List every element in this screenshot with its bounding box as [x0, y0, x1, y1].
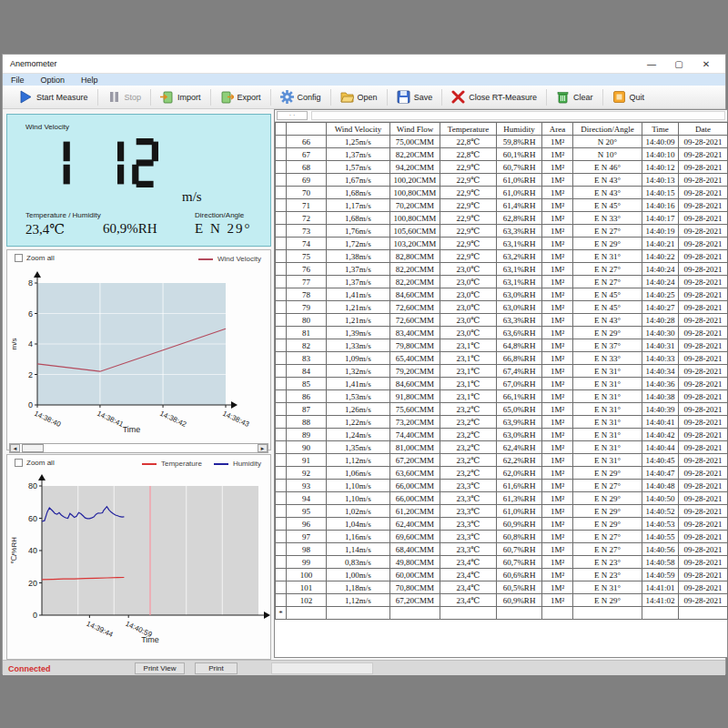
cell[interactable]: 1M² — [542, 581, 573, 594]
cell[interactable]: 100,20CMM — [390, 174, 440, 187]
cell[interactable]: 14:40:39 — [642, 403, 679, 416]
cell[interactable]: 61,3%RH — [497, 492, 542, 505]
config-button[interactable]: Config — [273, 87, 329, 107]
cell[interactable]: E N 27° — [573, 276, 642, 288]
cell[interactable]: 1,76m/s — [327, 225, 390, 238]
row-number[interactable]: 92 — [287, 467, 327, 480]
cell[interactable]: 09-28-2021 — [679, 543, 728, 556]
cell[interactable]: 1M² — [542, 569, 573, 581]
cell[interactable]: 14:41:02 — [642, 594, 679, 607]
row-number[interactable]: 69 — [287, 174, 327, 187]
cell[interactable]: 60,1%RH — [497, 148, 542, 161]
cell[interactable]: 09-28-2021 — [679, 263, 728, 276]
cell[interactable]: E N 45° — [573, 301, 642, 314]
row-selector[interactable] — [276, 276, 287, 288]
cell[interactable]: 09-28-2021 — [679, 594, 728, 607]
cell[interactable]: 22,9℃ — [440, 161, 497, 174]
cell[interactable]: 1,21m/s — [327, 314, 390, 327]
table-row[interactable]: 671,37m/s82,20CMM22,8℃60,1%RH1M²N 10°14:… — [276, 148, 728, 161]
table-row[interactable]: 841,32m/s79,20CMM23,1℃67,4%RH1M²E N 31°1… — [276, 365, 728, 378]
cell[interactable]: 70,20CMM — [390, 199, 440, 212]
cell[interactable]: E N 27° — [573, 531, 642, 543]
row-selector[interactable] — [276, 441, 287, 454]
row-selector[interactable] — [276, 327, 287, 339]
cell[interactable]: 14:40:21 — [642, 238, 679, 250]
cell[interactable]: 66,00CMM — [390, 480, 440, 492]
cell[interactable]: 23,0℃ — [440, 263, 497, 276]
row-selector[interactable] — [276, 429, 287, 441]
cell[interactable]: 1M² — [542, 301, 573, 314]
row-selector[interactable] — [276, 467, 287, 480]
table-row[interactable]: 941,10m/s66,00CMM23,3℃61,3%RH1M²E N 29°1… — [276, 492, 728, 505]
row-number[interactable]: 85 — [287, 378, 327, 390]
row-number[interactable]: 89 — [287, 429, 327, 441]
row-selector[interactable] — [276, 518, 287, 531]
cell[interactable]: 67,20CMM — [390, 454, 440, 467]
cell[interactable]: 14:40:41 — [642, 416, 679, 429]
table-row[interactable]: 821,33m/s79,80CMM23,1℃64,8%RH1M²E N 37°1… — [276, 339, 728, 352]
cell[interactable]: 09-28-2021 — [679, 531, 728, 543]
cell[interactable]: 09-28-2021 — [679, 556, 728, 569]
new-row[interactable]: * — [276, 607, 728, 620]
cell[interactable]: 75,00CMM — [390, 136, 440, 148]
cell[interactable]: 23,3℃ — [440, 505, 497, 518]
row-number[interactable]: 100 — [287, 569, 327, 581]
cell[interactable]: 68,40CMM — [390, 543, 440, 556]
cell[interactable]: 1M² — [542, 161, 573, 174]
cell[interactable]: 1M² — [542, 314, 573, 327]
cell[interactable]: 63,0%RH — [497, 429, 542, 441]
table-row[interactable]: 931,10m/s66,00CMM23,3℃61,6%RH1M²E N 27°1… — [276, 480, 728, 492]
cell[interactable]: E N 27° — [573, 225, 642, 238]
cell[interactable]: 100,80CMM — [390, 212, 440, 225]
cell[interactable]: 23,2℃ — [440, 403, 497, 416]
cell[interactable]: 1M² — [542, 518, 573, 531]
cell[interactable]: 1,67m/s — [327, 174, 390, 187]
cell[interactable]: 1M² — [542, 199, 573, 212]
cell[interactable]: 23,3℃ — [440, 518, 497, 531]
cell[interactable]: 49,80CMM — [390, 556, 440, 569]
print-button[interactable]: Print — [195, 662, 238, 674]
cell[interactable]: 105,60CMM — [390, 225, 440, 238]
cell[interactable]: E N 29° — [573, 492, 642, 505]
table-row[interactable]: 981,14m/s68,40CMM23,3℃60,7%RH1M²E N 27°1… — [276, 543, 728, 556]
start-measure-button[interactable]: Start Measure — [12, 87, 96, 107]
cell[interactable]: 1,06m/s — [327, 467, 390, 480]
row-selector[interactable] — [276, 212, 287, 225]
table-row[interactable]: 1001,00m/s60,00CMM23,4℃60,6%RH1M²E N 23°… — [276, 569, 728, 581]
cell[interactable]: 63,0%RH — [497, 288, 542, 301]
row-selector[interactable] — [276, 136, 287, 148]
scrollbar-thumb[interactable] — [22, 444, 44, 452]
cell[interactable]: N 20° — [573, 136, 642, 148]
table-row[interactable]: 691,67m/s100,20CMM22,9℃61,0%RH1M²E N 43°… — [276, 174, 728, 187]
cell[interactable]: 60,7%RH — [497, 556, 542, 569]
column-header-humidity[interactable]: Humidity — [497, 123, 542, 136]
cell[interactable]: 09-28-2021 — [679, 492, 728, 505]
cell[interactable]: 14:40:15 — [642, 187, 679, 199]
cell[interactable]: 14:40:33 — [642, 352, 679, 365]
row-number[interactable]: 80 — [287, 314, 327, 327]
row-selector[interactable] — [276, 314, 287, 327]
cell[interactable]: 22,9℃ — [440, 199, 497, 212]
cell[interactable]: 1M² — [542, 480, 573, 492]
cell[interactable]: 14:40:48 — [642, 480, 679, 492]
cell[interactable]: 14:40:47 — [642, 467, 679, 480]
cell[interactable]: 09-28-2021 — [679, 225, 728, 238]
cell[interactable] — [440, 607, 497, 620]
cell[interactable]: 1M² — [542, 467, 573, 480]
cell[interactable]: 14:40:27 — [642, 301, 679, 314]
cell[interactable]: 66,8%RH — [497, 352, 542, 365]
cell[interactable]: 1,37m/s — [327, 263, 390, 276]
wind-velocity-chart[interactable]: 0246814:38:4014:38:4114:38:4214:38:43m/s… — [7, 268, 270, 438]
table-row[interactable]: 871,26m/s75,60CMM23,2℃65,0%RH1M²E N 31°1… — [276, 403, 728, 416]
table-row[interactable]: 971,16m/s69,60CMM23,3℃60,8%RH1M²E N 27°1… — [276, 531, 728, 543]
import-button[interactable]: Import — [153, 87, 208, 107]
row-selector[interactable] — [276, 594, 287, 607]
cell[interactable]: 1,41m/s — [327, 288, 390, 301]
cell[interactable]: 14:40:38 — [642, 390, 679, 403]
cell[interactable]: 23,2℃ — [440, 429, 497, 441]
cell[interactable]: 23,0℃ — [440, 288, 497, 301]
column-header-blank[interactable] — [276, 123, 287, 136]
row-number[interactable]: 81 — [287, 327, 327, 339]
column-header-temperature[interactable]: Temperature — [440, 123, 497, 136]
cell[interactable]: 1,41m/s — [327, 378, 390, 390]
